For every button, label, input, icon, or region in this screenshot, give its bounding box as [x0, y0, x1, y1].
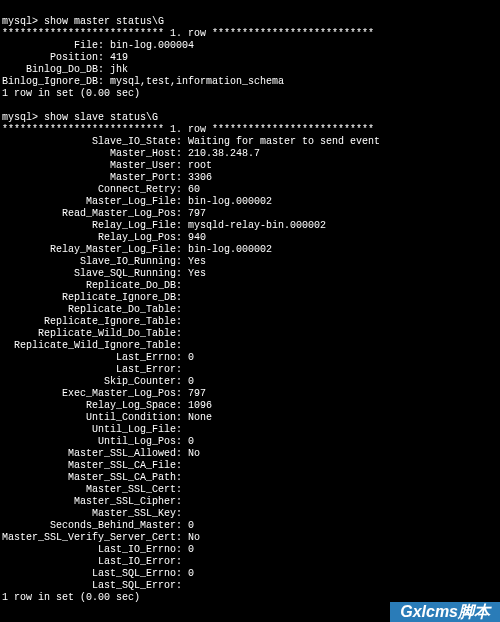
rows-in-set-master: 1 row in set (0.00 sec) — [2, 88, 140, 99]
status-key: Master_SSL_Allowed: — [2, 448, 182, 460]
status-key: Master_SSL_CA_File: — [2, 460, 182, 472]
status-row: Replicate_Do_Table: — [2, 304, 498, 316]
status-key: Replicate_Do_Table: — [2, 304, 182, 316]
status-value: mysql,test,information_schema — [110, 76, 284, 88]
status-value: jhk — [110, 64, 128, 76]
prompt-prefix: mysql> — [2, 112, 44, 123]
status-key: Relay_Log_File: — [2, 220, 182, 232]
status-key: Master_Host: — [2, 148, 182, 160]
slave-status-block: Slave_IO_State: Waiting for master to se… — [2, 136, 498, 592]
status-row: Seconds_Behind_Master: 0 — [2, 520, 498, 532]
status-value: No — [188, 448, 200, 460]
status-row: Master_SSL_Cert: — [2, 484, 498, 496]
status-key: Last_IO_Error: — [2, 556, 182, 568]
status-key: Read_Master_Log_Pos: — [2, 208, 182, 220]
status-row: Last_SQL_Errno: 0 — [2, 568, 498, 580]
status-key: Until_Log_File: — [2, 424, 182, 436]
status-value: No — [188, 532, 200, 544]
status-key: Replicate_Wild_Do_Table: — [2, 328, 182, 340]
status-value: root — [188, 160, 212, 172]
status-key: Slave_SQL_Running: — [2, 268, 182, 280]
status-key: Replicate_Do_DB: — [2, 280, 182, 292]
status-key: Master_SSL_Verify_Server_Cert: — [2, 532, 182, 544]
mysql-prompt: mysql> show slave status\G — [2, 112, 158, 123]
status-key: Master_SSL_Key: — [2, 508, 182, 520]
status-row: Master_User: root — [2, 160, 498, 172]
status-row: Position: 419 — [2, 52, 498, 64]
status-key: Binlog_Do_DB: — [2, 64, 104, 76]
status-value: 0 — [188, 436, 194, 448]
status-key: Skip_Counter: — [2, 376, 182, 388]
status-row: Last_IO_Error: — [2, 556, 498, 568]
status-row: Binlog_Do_DB: jhk — [2, 64, 498, 76]
status-key: Master_Port: — [2, 172, 182, 184]
status-key: Master_Log_File: — [2, 196, 182, 208]
status-value: 210.38.248.7 — [188, 148, 260, 160]
status-row: Last_Error: — [2, 364, 498, 376]
status-row: Replicate_Wild_Ignore_Table: — [2, 340, 498, 352]
status-row: Master_SSL_Cipher: — [2, 496, 498, 508]
status-row: Until_Condition: None — [2, 412, 498, 424]
status-key: Replicate_Wild_Ignore_Table: — [2, 340, 182, 352]
status-key: Connect_Retry: — [2, 184, 182, 196]
status-key: Last_Error: — [2, 364, 182, 376]
status-row: Connect_Retry: 60 — [2, 184, 498, 196]
status-row: Replicate_Wild_Do_Table: — [2, 328, 498, 340]
status-value: 0 — [188, 520, 194, 532]
status-row: Master_SSL_Verify_Server_Cert: No — [2, 532, 498, 544]
status-key: Position: — [2, 52, 104, 64]
watermark-badge: Gxlcms脚本 — [390, 602, 500, 622]
status-row: Last_IO_Errno: 0 — [2, 544, 498, 556]
status-value: bin-log.000004 — [110, 40, 194, 52]
status-key: Seconds_Behind_Master: — [2, 520, 182, 532]
status-row: Read_Master_Log_Pos: 797 — [2, 208, 498, 220]
status-key: Slave_IO_State: — [2, 136, 182, 148]
status-value: 419 — [110, 52, 128, 64]
status-key: Last_SQL_Errno: — [2, 568, 182, 580]
status-key: Binlog_Ignore_DB: — [2, 76, 104, 88]
status-value: Yes — [188, 268, 206, 280]
status-row: Relay_Log_File: mysqld-relay-bin.000002 — [2, 220, 498, 232]
row-header-slave: *************************** 1. row *****… — [2, 124, 374, 135]
command-master: show master status\G — [44, 16, 164, 27]
status-row: Last_Errno: 0 — [2, 352, 498, 364]
status-key: Last_IO_Errno: — [2, 544, 182, 556]
status-row: Master_Host: 210.38.248.7 — [2, 148, 498, 160]
status-value: Yes — [188, 256, 206, 268]
status-key: Last_SQL_Error: — [2, 580, 182, 592]
status-value: 797 — [188, 388, 206, 400]
status-row: Until_Log_Pos: 0 — [2, 436, 498, 448]
status-value: 0 — [188, 352, 194, 364]
status-row: Relay_Log_Space: 1096 — [2, 400, 498, 412]
status-row: Master_SSL_CA_Path: — [2, 472, 498, 484]
mysql-prompt: mysql> show master status\G — [2, 16, 164, 27]
status-row: Slave_IO_Running: Yes — [2, 256, 498, 268]
status-row: Last_SQL_Error: — [2, 580, 498, 592]
rows-in-set-slave: 1 row in set (0.00 sec) — [2, 592, 140, 603]
status-value: bin-log.000002 — [188, 244, 272, 256]
status-key: Replicate_Ignore_Table: — [2, 316, 182, 328]
status-key: Until_Log_Pos: — [2, 436, 182, 448]
status-key: Relay_Log_Pos: — [2, 232, 182, 244]
status-value: 3306 — [188, 172, 212, 184]
status-key: Replicate_Ignore_DB: — [2, 292, 182, 304]
status-key: Relay_Master_Log_File: — [2, 244, 182, 256]
status-row: Binlog_Ignore_DB: mysql,test,information… — [2, 76, 498, 88]
status-value: 0 — [188, 568, 194, 580]
terminal[interactable]: mysql> show master status\G ************… — [0, 0, 500, 608]
status-row: Replicate_Do_DB: — [2, 280, 498, 292]
status-value: None — [188, 412, 212, 424]
status-value: mysqld-relay-bin.000002 — [188, 220, 326, 232]
status-key: Exec_Master_Log_Pos: — [2, 388, 182, 400]
status-row: Until_Log_File: — [2, 424, 498, 436]
status-row: Master_SSL_Allowed: No — [2, 448, 498, 460]
status-row: File: bin-log.000004 — [2, 40, 498, 52]
status-row: Relay_Master_Log_File: bin-log.000002 — [2, 244, 498, 256]
status-value: 0 — [188, 376, 194, 388]
status-value: 0 — [188, 544, 194, 556]
status-value: Waiting for master to send event — [188, 136, 380, 148]
status-key: Relay_Log_Space: — [2, 400, 182, 412]
status-key: Master_SSL_Cert: — [2, 484, 182, 496]
row-header-master: *************************** 1. row *****… — [2, 28, 374, 39]
status-row: Master_SSL_CA_File: — [2, 460, 498, 472]
